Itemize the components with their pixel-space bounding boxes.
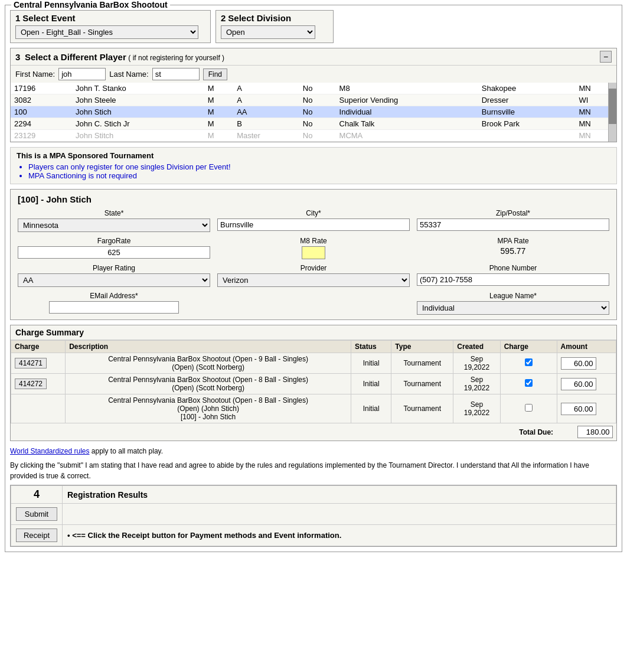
charge-section: Charge Summary Charge Description Status… (10, 325, 617, 441)
col-created: Created (453, 341, 500, 353)
rates-row: FargoRate M8 Rate MPA Rate 595.77 (18, 237, 609, 259)
fargo-input[interactable] (18, 246, 210, 259)
section2-title: Select Division (228, 13, 291, 23)
col-status: Status (351, 341, 391, 353)
scrollbar-thumb[interactable] (609, 89, 616, 124)
total-due-input[interactable] (577, 426, 613, 438)
section1-label: 1Select Event (15, 13, 205, 23)
firstname-input[interactable] (58, 68, 106, 80)
charge-row-1: 414271 Central Pennsylvania BarBox Shoot… (11, 353, 616, 374)
section3-label: Select a Different Player (25, 52, 126, 62)
charge-checkbox-1[interactable] (525, 358, 533, 366)
charge-id-button-2[interactable]: 414272 (15, 379, 47, 389)
player-row[interactable]: 2294John C. Stich JrMBNoChalk TalkBrook … (11, 118, 616, 130)
submit-cell: Submit (11, 504, 63, 525)
collapse-section3-button[interactable]: − (600, 51, 612, 63)
charge-amount-2[interactable] (561, 378, 596, 390)
charge-desc-3: Central Pennsylvania BarBox Shootout (Op… (66, 394, 351, 423)
charge-checkbox-3[interactable] (525, 404, 533, 412)
section4-title-cell: Registration Results (63, 486, 616, 504)
footer-text-1: World Standardized rules apply to all ma… (10, 446, 617, 456)
total-row: Total Due: (11, 423, 616, 441)
charge-id-cell-1: 414271 (11, 353, 66, 374)
provider-select[interactable]: Verizon (217, 273, 410, 287)
rating-label: Player Rating (93, 264, 135, 272)
world-rules-link[interactable]: World Standardized rules (10, 447, 90, 455)
charge-row-2: 414272 Central Pennsylvania BarBox Shoot… (11, 374, 616, 394)
charge-status-2: Initial (351, 374, 391, 394)
mpa-bullet-1: Players can only register for one single… (28, 162, 610, 171)
charge-type-2: Tournament (391, 374, 453, 394)
city-input[interactable] (217, 218, 410, 231)
charge-desc-2: Central Pennsylvania BarBox Shootout (Op… (66, 374, 351, 394)
player-table: 17196John T. StankoMANoM8ShakopeeMN3082J… (11, 83, 616, 142)
section3-box: 3 Select a Different Player ( if not reg… (10, 48, 617, 142)
scrollbar[interactable] (608, 83, 616, 142)
submit-button[interactable]: Submit (16, 507, 57, 521)
submit-row: Submit (11, 504, 616, 525)
provider-group: Provider Verizon (217, 264, 410, 287)
section4-title: Registration Results (67, 490, 148, 500)
state-select[interactable]: Minnesota (18, 218, 210, 232)
m8rate-group: M8 Rate (217, 237, 410, 259)
charge-desc-1: Central Pennsylvania BarBox Shootout (Op… (66, 353, 351, 374)
section3-header: 3 Select a Different Player ( if not reg… (11, 48, 616, 66)
division-select[interactable]: Open (221, 25, 315, 39)
charge-created-1: Sep19,2022 (453, 353, 500, 374)
charge-status-3: Initial (351, 394, 391, 423)
section-1-2-row: 1Select Event Open - Eight_Ball - Single… (10, 10, 617, 43)
state-label: State* (105, 209, 124, 217)
section4-num: 4 (11, 486, 63, 504)
player-row[interactable]: 3082John SteeleMANoSuperior VendingDress… (11, 94, 616, 106)
rating-select[interactable]: AA A B Master (18, 273, 210, 287)
receipt-button[interactable]: Receipt (16, 529, 57, 542)
player-form-grid: State* Minnesota City* Zip/Postal* (18, 209, 609, 232)
charge-created-3: Sep19,2022 (453, 394, 500, 423)
provider-label: Provider (301, 264, 327, 272)
charge-checkbox-2[interactable] (525, 379, 533, 387)
charge-id-cell-3 (11, 394, 66, 423)
charge-status-1: Initial (351, 353, 391, 374)
phone-group: Phone Number (417, 264, 609, 287)
lastname-label: Last Name: (109, 70, 148, 79)
footer-text-2: By clicking the "submit" I am stating th… (10, 460, 617, 481)
email-input[interactable] (49, 301, 179, 314)
find-button[interactable]: Find (203, 68, 227, 80)
charge-id-button-1[interactable]: 414271 (15, 358, 47, 368)
receipt-msg-cell: • <== Click the Receipt button for Payme… (63, 525, 616, 546)
main-container: Central Pennsylvania BarBox Shootout 1Se… (5, 5, 622, 552)
mpa-title: This is a MPA Sponsored Tournament (17, 151, 610, 160)
section1-num: 1 (15, 13, 20, 23)
col-amount: Amount (557, 341, 616, 353)
email-league-row: EMail Address* League Name* Individual (18, 292, 609, 315)
league-group: League Name* Individual (417, 292, 609, 315)
player-row[interactable]: 17196John T. StankoMANoM8ShakopeeMN (11, 83, 616, 94)
phone-input[interactable] (417, 273, 609, 286)
rating-provider-row: Player Rating AA A B Master Provider Ver… (18, 264, 609, 287)
lastname-input[interactable] (152, 68, 200, 80)
charge-amount-1[interactable] (561, 357, 596, 370)
firstname-label: First Name: (15, 70, 55, 79)
event-select[interactable]: Open - Eight_Ball - Singles (15, 25, 198, 39)
charge-row-3: Central Pennsylvania BarBox Shootout (Op… (11, 394, 616, 423)
player-table-wrapper: 17196John T. StankoMANoM8ShakopeeMN3082J… (11, 83, 616, 142)
charge-table: Charge Description Status Type Created C… (11, 340, 616, 441)
zip-group: Zip/Postal* (417, 209, 609, 232)
section4-box: 4 Registration Results Submit Receipt • … (10, 485, 617, 547)
charge-amount-3[interactable] (561, 403, 596, 415)
zip-input[interactable] (417, 218, 609, 231)
fargo-group: FargoRate (18, 237, 210, 259)
league-select[interactable]: Individual (417, 301, 609, 315)
player-row[interactable]: 23129John StitchMMasterNoMCMAMN (11, 130, 616, 142)
player-detail-title: [100] - John Stich (18, 194, 609, 204)
receipt-row: Receipt • <== Click the Receipt button f… (11, 525, 616, 546)
mparate-label: MPA Rate (497, 237, 528, 245)
player-row[interactable]: 100John StichMAANoIndividualBurnsvilleMN (11, 106, 616, 118)
receipt-message: • <== Click the Receipt button for Payme… (67, 531, 341, 540)
section-1-box: 1Select Event Open - Eight_Ball - Single… (10, 10, 211, 43)
section4-table: 4 Registration Results Submit Receipt • … (11, 485, 616, 546)
total-due-cell (557, 423, 616, 441)
charge-checkbox-cell-2 (500, 374, 557, 394)
charge-created-2: Sep19,2022 (453, 374, 500, 394)
section4-header-row: 4 Registration Results (11, 486, 616, 504)
